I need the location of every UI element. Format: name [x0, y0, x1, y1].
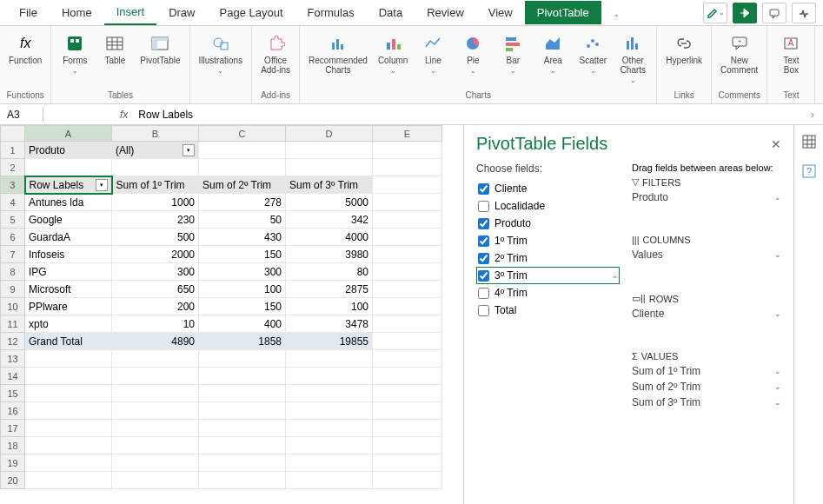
field-item-3º-trim[interactable]: 3º Trim⌄	[476, 267, 620, 284]
row-header-9[interactable]: 9	[1, 281, 25, 298]
cell-A8[interactable]: IPG	[25, 263, 112, 281]
tab-file[interactable]: File	[7, 1, 50, 24]
tab-page-layout[interactable]: Page Layout	[208, 1, 295, 24]
comments-button[interactable]	[762, 3, 786, 23]
col-header-D[interactable]: D	[286, 126, 373, 142]
cell-C12[interactable]: 1858	[199, 333, 286, 350]
tab-review[interactable]: Review	[415, 1, 476, 24]
cell-B6[interactable]: 500	[112, 229, 199, 246]
row-header-19[interactable]: 19	[1, 454, 25, 472]
cell-B7[interactable]: 2000	[112, 246, 199, 263]
other-charts-button[interactable]: Other Charts⌄	[614, 31, 651, 86]
expand-chevron-icon[interactable]: ›	[802, 109, 823, 121]
addins-button[interactable]: Office Add-ins	[257, 31, 294, 76]
values-area[interactable]: ΣVALUES Sum of 1º Trim⌄ Sum of 2º Trim⌄ …	[632, 351, 781, 410]
field-checkbox[interactable]	[478, 183, 489, 195]
field-item-produto[interactable]: Produto	[476, 215, 620, 232]
cell-B1[interactable]: (All)▾	[112, 142, 199, 159]
row-header-17[interactable]: 17	[1, 420, 25, 437]
cell-A5[interactable]: Google	[25, 211, 112, 229]
tab-home[interactable]: Home	[50, 1, 104, 24]
cell-D9[interactable]: 2875	[286, 281, 373, 298]
cell-D7[interactable]: 3980	[286, 246, 373, 263]
field-checkbox[interactable]	[478, 201, 489, 212]
cell-C9[interactable]: 100	[199, 281, 286, 298]
illustrations-button[interactable]: Illustrations⌄	[196, 31, 247, 76]
tab-insert[interactable]: Insert	[104, 0, 157, 25]
cell-D10[interactable]: 100	[286, 298, 373, 315]
row-header-20[interactable]: 20	[1, 472, 25, 489]
sidebar-grid-icon[interactable]	[800, 132, 819, 151]
cell-D6[interactable]: 4000	[286, 229, 373, 246]
row-header-3[interactable]: 3	[1, 176, 25, 194]
cell-C5[interactable]: 50	[199, 211, 286, 229]
cell-A4[interactable]: Antunes lda	[25, 194, 112, 211]
row-header-7[interactable]: 7	[1, 246, 25, 263]
row-header-13[interactable]: 13	[1, 350, 25, 368]
field-item-1º-trim[interactable]: 1º Trim	[476, 232, 620, 249]
cell-A6[interactable]: GuardaA	[25, 229, 112, 246]
cell-D4[interactable]: 5000	[286, 194, 373, 211]
sidebar-help-icon[interactable]: ?	[800, 162, 819, 181]
row-header-18[interactable]: 18	[1, 437, 25, 454]
table-button[interactable]: Table	[96, 31, 133, 67]
field-checkbox[interactable]	[478, 218, 489, 229]
function-button[interactable]: fx Function	[5, 31, 45, 67]
field-item-4º-trim[interactable]: 4º Trim	[476, 284, 620, 302]
col-header-E[interactable]: E	[373, 126, 442, 142]
tab-data[interactable]: Data	[367, 1, 415, 24]
cell-B11[interactable]: 10	[112, 315, 199, 333]
cell-B12[interactable]: 4890	[112, 333, 199, 350]
field-item-total[interactable]: Total	[476, 302, 620, 319]
field-checkbox[interactable]	[478, 235, 489, 247]
cell-C6[interactable]: 430	[199, 229, 286, 246]
row-header-5[interactable]: 5	[1, 211, 25, 229]
tab-overflow[interactable]: ⌄	[601, 1, 632, 24]
row-header-12[interactable]: 12	[1, 333, 25, 350]
tab-view[interactable]: View	[476, 1, 525, 24]
cell-B3[interactable]: Sum of 1º Trim	[112, 176, 199, 194]
cell-C4[interactable]: 278	[199, 194, 286, 211]
activity-button[interactable]	[792, 3, 816, 23]
rows-area[interactable]: ▭||ROWS Cliente⌄	[632, 293, 781, 341]
new-comment-button[interactable]: + New Comment	[717, 31, 761, 76]
bar-chart-button[interactable]: Bar⌄	[494, 31, 531, 76]
row-header-15[interactable]: 15	[1, 385, 25, 402]
cell-D11[interactable]: 3478	[286, 315, 373, 333]
scatter-chart-button[interactable]: Scatter⌄	[574, 31, 611, 76]
columns-area[interactable]: |||COLUMNS Values⌄	[632, 235, 781, 282]
cell-A3[interactable]: Row Labels▾	[25, 176, 112, 194]
row-header-1[interactable]: 1	[1, 142, 25, 159]
cell-A12[interactable]: Grand Total	[25, 333, 112, 350]
tab-pivottable[interactable]: PivotTable	[525, 1, 601, 24]
hyperlink-button[interactable]: Hyperlink	[662, 31, 706, 67]
row-header-8[interactable]: 8	[1, 263, 25, 281]
row-header-11[interactable]: 11	[1, 315, 25, 333]
filter-dropdown-icon[interactable]: ▾	[183, 144, 195, 156]
edit-button[interactable]: ⌄	[703, 3, 727, 23]
tab-draw[interactable]: Draw	[156, 1, 207, 24]
fx-icon[interactable]: fx	[113, 109, 135, 121]
cell-A11[interactable]: xpto	[25, 315, 112, 333]
spreadsheet-grid[interactable]: ABCDE1Produto(All)▾23Row Labels▾Sum of 1…	[0, 125, 463, 504]
cell-B10[interactable]: 200	[112, 298, 199, 315]
cell-B8[interactable]: 300	[112, 263, 199, 281]
row-header-10[interactable]: 10	[1, 298, 25, 315]
tab-formulas[interactable]: Formulas	[295, 1, 367, 24]
row-header-14[interactable]: 14	[1, 368, 25, 385]
field-item-cliente[interactable]: Cliente	[476, 180, 620, 197]
row-header-6[interactable]: 6	[1, 229, 25, 246]
field-checkbox[interactable]	[478, 305, 489, 316]
line-chart-button[interactable]: Line⌄	[415, 31, 451, 76]
column-chart-button[interactable]: Column⌄	[375, 31, 411, 76]
field-item-2º-trim[interactable]: 2º Trim	[476, 249, 620, 267]
share-button[interactable]	[733, 3, 757, 23]
pivottable-button[interactable]: PivotTable	[136, 31, 183, 67]
cell-A9[interactable]: Microsoft	[25, 281, 112, 298]
formula-input[interactable]: Row Labels	[135, 107, 802, 123]
field-checkbox[interactable]	[478, 288, 489, 299]
field-checkbox[interactable]	[478, 270, 489, 282]
rowlabels-dropdown-icon[interactable]: ▾	[96, 179, 108, 191]
cell-A1[interactable]: Produto	[25, 142, 112, 159]
field-checkbox[interactable]	[478, 253, 489, 264]
